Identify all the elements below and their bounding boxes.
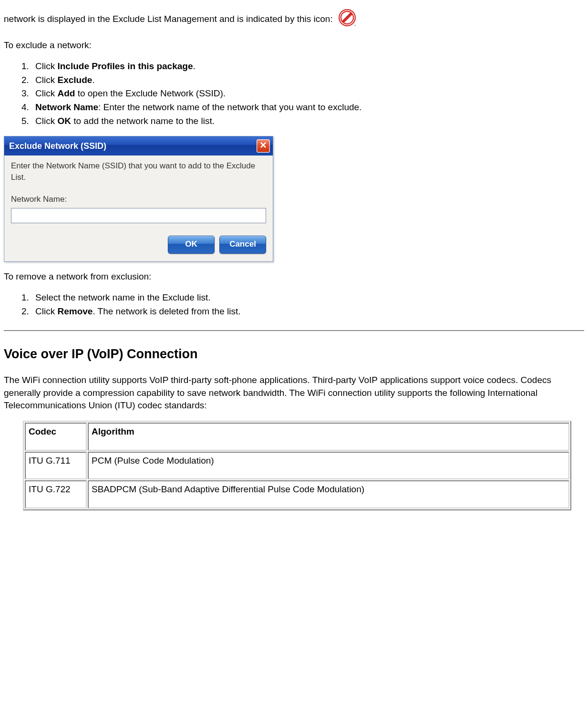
exclude-step-1: Click Include Profiles in this package. xyxy=(31,60,584,73)
exclude-step-5: Click OK to add the network name to the … xyxy=(31,115,584,128)
codec-header: Codec xyxy=(25,423,87,451)
algorithm-cell: SBADPCM (Sub-Band Adaptive Differential … xyxy=(88,480,569,508)
exclude-steps-list: Click Include Profiles in this package. … xyxy=(4,60,584,127)
ok-button[interactable]: OK xyxy=(168,236,215,254)
svg-point-3 xyxy=(353,25,356,26)
exclude-network-dialog: Exclude Network (SSID) Enter the Network… xyxy=(4,136,273,261)
dialog-button-row: OK Cancel xyxy=(11,236,266,254)
codec-table: Codec Algorithm ITU G.711 PCM (Pulse Cod… xyxy=(23,421,571,510)
remove-heading: To remove a network from exclusion: xyxy=(4,270,584,283)
no-entry-icon xyxy=(338,9,356,31)
table-row: ITU G.722 SBADPCM (Sub-Band Adaptive Dif… xyxy=(25,480,569,508)
exclude-step-3: Click Add to open the Exclude Network (S… xyxy=(31,87,584,100)
table-row: ITU G.711 PCM (Pulse Code Modulation) xyxy=(25,452,569,480)
table-header-row: Codec Algorithm xyxy=(25,423,569,451)
cancel-button[interactable]: Cancel xyxy=(219,236,266,254)
exclude-heading: To exclude a network: xyxy=(4,39,584,52)
codec-cell: ITU G.722 xyxy=(25,480,87,508)
remove-step-1: Select the network name in the Exclude l… xyxy=(31,291,584,304)
remove-steps-list: Select the network name in the Exclude l… xyxy=(4,291,584,318)
exclude-step-4: Network Name: Enter the network name of … xyxy=(31,101,584,114)
dialog-title: Exclude Network (SSID) xyxy=(9,140,106,152)
exclude-step-2: Click Exclude. xyxy=(31,74,584,87)
remove-step-2: Click Remove. The network is deleted fro… xyxy=(31,305,584,318)
intro-text: network is displayed in the Exclude List… xyxy=(4,14,333,24)
svg-line-1 xyxy=(342,13,352,22)
voip-heading: Voice over IP (VoIP) Connection xyxy=(4,345,584,363)
codec-cell: ITU G.711 xyxy=(25,452,87,480)
algorithm-cell: PCM (Pulse Code Modulation) xyxy=(88,452,569,480)
voip-paragraph: The WiFi connection utility supports VoI… xyxy=(4,374,584,412)
network-name-label: Network Name: xyxy=(11,194,266,205)
dialog-body: Enter the Network Name (SSID) that you w… xyxy=(4,156,273,261)
close-button[interactable] xyxy=(257,139,270,153)
dialog-instruction: Enter the Network Name (SSID) that you w… xyxy=(11,160,266,183)
section-divider xyxy=(4,330,584,331)
dialog-titlebar[interactable]: Exclude Network (SSID) xyxy=(4,136,273,156)
close-icon xyxy=(260,140,267,152)
algorithm-header: Algorithm xyxy=(88,423,569,451)
network-name-input[interactable] xyxy=(11,208,266,223)
intro-paragraph: network is displayed in the Exclude List… xyxy=(4,9,584,31)
